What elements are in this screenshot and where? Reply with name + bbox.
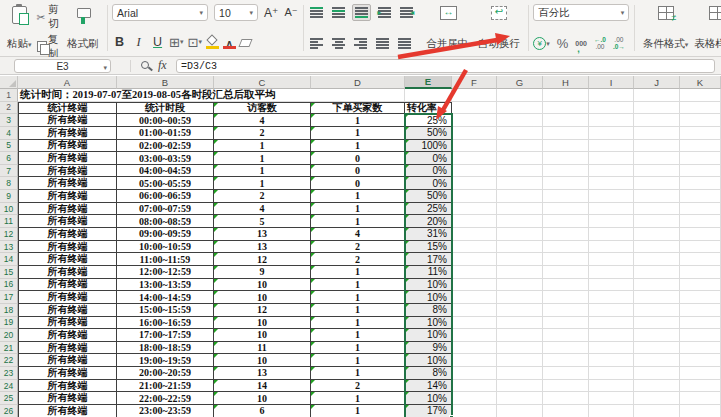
data-cell[interactable]: 2 (214, 190, 311, 203)
data-cell[interactable]: 12:00~12:59 (117, 266, 214, 279)
row-header-14[interactable]: 14 (0, 253, 18, 266)
cell[interactable] (634, 253, 680, 266)
data-cell[interactable]: 所有终端 (18, 114, 117, 127)
cell[interactable] (543, 241, 589, 254)
data-cell[interactable]: 1 (311, 354, 405, 367)
row-header-7[interactable]: 7 (0, 165, 18, 178)
select-all-corner[interactable] (0, 76, 18, 89)
conversion-cell[interactable]: 0% (405, 152, 452, 165)
cell[interactable] (680, 291, 721, 304)
data-cell[interactable]: 06:00~06:59 (117, 190, 214, 203)
cell[interactable] (452, 203, 497, 216)
cell[interactable] (543, 392, 589, 405)
data-cell[interactable]: 2 (311, 253, 405, 266)
cell[interactable] (452, 405, 497, 417)
font-name-select[interactable]: Arial ▾ (112, 4, 208, 21)
data-cell[interactable]: 1 (311, 405, 405, 417)
cell[interactable] (589, 102, 634, 115)
header-cell[interactable]: 转化率 (405, 102, 452, 115)
data-cell[interactable]: 所有终端 (18, 253, 117, 266)
conversion-cell[interactable]: 8% (405, 367, 452, 380)
row-header-22[interactable]: 22 (0, 354, 18, 367)
cell[interactable] (589, 266, 634, 279)
cell[interactable] (543, 380, 589, 393)
cell[interactable] (680, 177, 721, 190)
cut-button[interactable]: ✂ 剪切 (35, 2, 65, 32)
data-cell[interactable]: 19:00~19:59 (117, 354, 214, 367)
cell[interactable] (452, 215, 497, 228)
cell[interactable] (452, 102, 497, 115)
data-cell[interactable]: 4 (214, 114, 311, 127)
data-cell[interactable]: 0 (311, 152, 405, 165)
cell[interactable] (543, 342, 589, 355)
cell[interactable] (589, 380, 634, 393)
clear-format-button[interactable] (240, 33, 251, 51)
percent-format-button[interactable]: % (557, 36, 569, 51)
search-function-icon[interactable] (141, 61, 149, 69)
increase-indent-button[interactable] (398, 5, 415, 20)
cell[interactable] (589, 342, 634, 355)
cell[interactable] (497, 342, 543, 355)
cell[interactable] (543, 152, 589, 165)
cell[interactable] (543, 266, 589, 279)
cell[interactable] (497, 215, 543, 228)
bold-button[interactable]: B (112, 35, 127, 49)
cell[interactable] (497, 405, 543, 417)
align-distribute-button[interactable] (396, 36, 413, 51)
cell[interactable] (497, 291, 543, 304)
header-cell[interactable]: 统计终端 (18, 102, 117, 115)
data-cell[interactable]: 所有终端 (18, 241, 117, 254)
cell[interactable] (543, 253, 589, 266)
data-cell[interactable]: 1 (311, 392, 405, 405)
cell[interactable] (452, 291, 497, 304)
data-cell[interactable]: 10 (214, 279, 311, 292)
data-cell[interactable]: 1 (311, 367, 405, 380)
row-header-5[interactable]: 5 (0, 140, 18, 153)
row-header-15[interactable]: 15 (0, 266, 18, 279)
row-header-3[interactable]: 3 (0, 114, 18, 127)
row-header-20[interactable]: 20 (0, 329, 18, 342)
header-cell[interactable]: 下单买家数 (311, 102, 405, 115)
cell[interactable] (497, 177, 543, 190)
conversion-cell[interactable]: 9% (405, 342, 452, 355)
cell[interactable] (634, 291, 680, 304)
cell[interactable] (543, 127, 589, 140)
cell[interactable] (452, 354, 497, 367)
column-header-F[interactable]: F (452, 76, 497, 89)
draw-border-button[interactable]: ⊡▾ (188, 35, 202, 50)
cell[interactable] (589, 165, 634, 178)
data-cell[interactable]: 08:00~08:59 (117, 215, 214, 228)
cell[interactable] (680, 405, 721, 417)
cell[interactable] (497, 140, 543, 153)
cell[interactable] (452, 140, 497, 153)
data-cell[interactable]: 所有终端 (18, 190, 117, 203)
conversion-cell[interactable]: 10% (405, 354, 452, 367)
cell[interactable] (543, 114, 589, 127)
row-header-12[interactable]: 12 (0, 228, 18, 241)
cell[interactable] (543, 203, 589, 216)
cell[interactable] (680, 241, 721, 254)
data-cell[interactable]: 所有终端 (18, 291, 117, 304)
cell[interactable] (634, 89, 680, 102)
row-header-8[interactable]: 8 (0, 177, 18, 190)
cell[interactable] (634, 279, 680, 292)
decrease-indent-button[interactable] (376, 5, 393, 20)
cell[interactable] (497, 203, 543, 216)
cell[interactable] (634, 127, 680, 140)
cell[interactable] (543, 215, 589, 228)
cell[interactable] (543, 89, 589, 102)
data-cell[interactable]: 所有终端 (18, 203, 117, 216)
row-header-16[interactable]: 16 (0, 279, 18, 292)
cell[interactable] (497, 317, 543, 330)
data-cell[interactable]: 所有终端 (18, 380, 117, 393)
conversion-cell[interactable]: 10% (405, 329, 452, 342)
data-cell[interactable]: 1 (311, 329, 405, 342)
data-cell[interactable]: 10 (214, 392, 311, 405)
data-cell[interactable]: 05:00~05:59 (117, 177, 214, 190)
data-cell[interactable]: 2 (311, 241, 405, 254)
data-cell[interactable]: 11 (214, 342, 311, 355)
cell[interactable] (543, 165, 589, 178)
row-header-18[interactable]: 18 (0, 304, 18, 317)
cell[interactable] (634, 317, 680, 330)
underline-button[interactable]: U (150, 35, 165, 49)
